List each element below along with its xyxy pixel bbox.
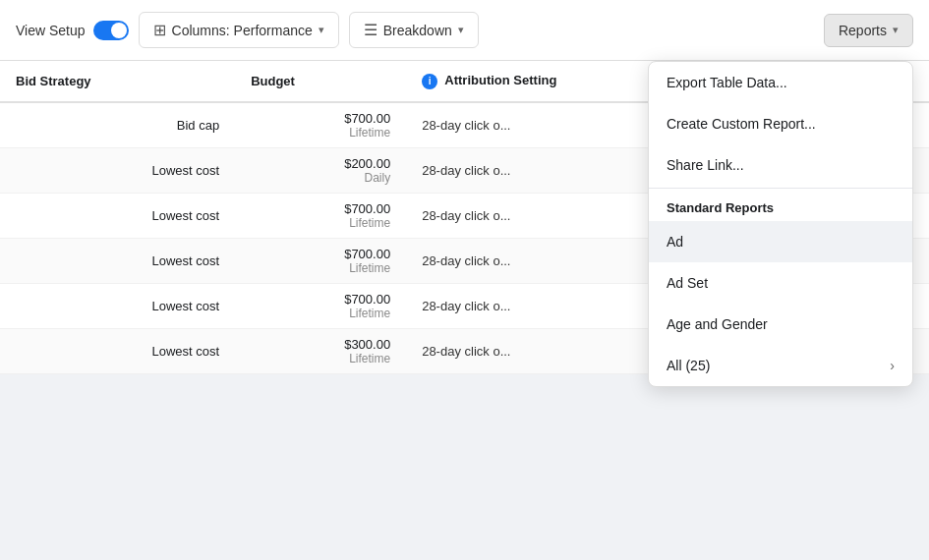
dropdown-item-age-and-gender[interactable]: Age and Gender xyxy=(649,304,912,345)
view-setup-label: View Setup xyxy=(16,23,86,38)
breakdown-button[interactable]: ☰ Breakdown ▾ xyxy=(349,12,479,48)
ad-label: Ad xyxy=(667,234,683,250)
columns-label: Columns: Performance xyxy=(172,23,313,38)
age-and-gender-label: Age and Gender xyxy=(667,316,768,332)
budget-period: Lifetime xyxy=(251,261,390,275)
cell-bid-strategy: Lowest cost xyxy=(0,238,235,283)
col-header-bid-strategy: Bid Strategy xyxy=(0,61,235,102)
columns-chevron-icon: ▾ xyxy=(319,24,324,36)
cell-bid-strategy: Bid cap xyxy=(0,102,235,148)
dropdown-item-export-table-data[interactable]: Export Table Data... xyxy=(649,62,912,103)
all-chevron-icon: › xyxy=(890,358,895,373)
budget-period: Lifetime xyxy=(251,307,390,320)
columns-icon: ⊞ xyxy=(153,21,166,39)
reports-dropdown: Export Table Data... Create Custom Repor… xyxy=(648,61,913,387)
toolbar: View Setup ⊞ Columns: Performance ▾ ☰ Br… xyxy=(0,0,929,61)
breakdown-icon: ☰ xyxy=(364,21,377,39)
cell-bid-strategy: Lowest cost xyxy=(0,147,235,193)
reports-label: Reports xyxy=(839,23,887,38)
export-table-data-label: Export Table Data... xyxy=(667,75,787,90)
dropdown-item-create-custom-report[interactable]: Create Custom Report... xyxy=(649,103,912,144)
attribution-info-icon: i xyxy=(422,74,437,89)
budget-period: Lifetime xyxy=(251,126,390,140)
cell-budget: $700.00 Lifetime xyxy=(235,102,406,148)
budget-amount: $700.00 xyxy=(251,292,390,307)
ad-set-label: Ad Set xyxy=(667,275,708,291)
cell-bid-strategy: Lowest cost xyxy=(0,283,235,328)
share-link-label: Share Link... xyxy=(667,157,744,173)
budget-amount: $700.00 xyxy=(251,247,390,261)
cell-budget: $700.00 Lifetime xyxy=(235,238,406,283)
view-setup-toggle[interactable] xyxy=(93,21,129,40)
reports-chevron-icon: ▾ xyxy=(893,24,899,36)
breakdown-label: Breakdown xyxy=(383,23,452,38)
reports-button[interactable]: Reports ▾ xyxy=(824,14,913,47)
all-label: All (25) xyxy=(667,358,710,373)
budget-period: Daily xyxy=(251,171,390,185)
dropdown-item-ad-set[interactable]: Ad Set xyxy=(649,262,912,304)
breakdown-chevron-icon: ▾ xyxy=(458,24,464,36)
dropdown-item-share-link[interactable]: Share Link... xyxy=(649,144,912,186)
dropdown-item-ad[interactable]: Ad xyxy=(649,221,912,262)
create-custom-report-label: Create Custom Report... xyxy=(667,116,816,132)
standard-reports-section-header: Standard Reports xyxy=(649,191,912,221)
cell-budget: $700.00 Lifetime xyxy=(235,193,406,238)
cell-budget: $200.00 Daily xyxy=(235,147,406,193)
cell-budget: $300.00 Lifetime xyxy=(235,328,406,373)
cell-bid-strategy: Lowest cost xyxy=(0,328,235,373)
budget-amount: $700.00 xyxy=(251,111,390,126)
view-setup-container: View Setup xyxy=(16,21,129,40)
columns-button[interactable]: ⊞ Columns: Performance ▾ xyxy=(139,12,339,48)
budget-amount: $200.00 xyxy=(251,156,390,171)
budget-amount: $700.00 xyxy=(251,201,390,216)
dropdown-divider xyxy=(649,188,912,189)
budget-period: Lifetime xyxy=(251,352,390,365)
cell-bid-strategy: Lowest cost xyxy=(0,193,235,238)
budget-amount: $300.00 xyxy=(251,337,390,352)
budget-period: Lifetime xyxy=(251,216,390,230)
col-header-budget: Budget xyxy=(235,61,406,102)
cell-budget: $700.00 Lifetime xyxy=(235,283,406,328)
dropdown-item-all[interactable]: All (25) › xyxy=(649,345,912,386)
